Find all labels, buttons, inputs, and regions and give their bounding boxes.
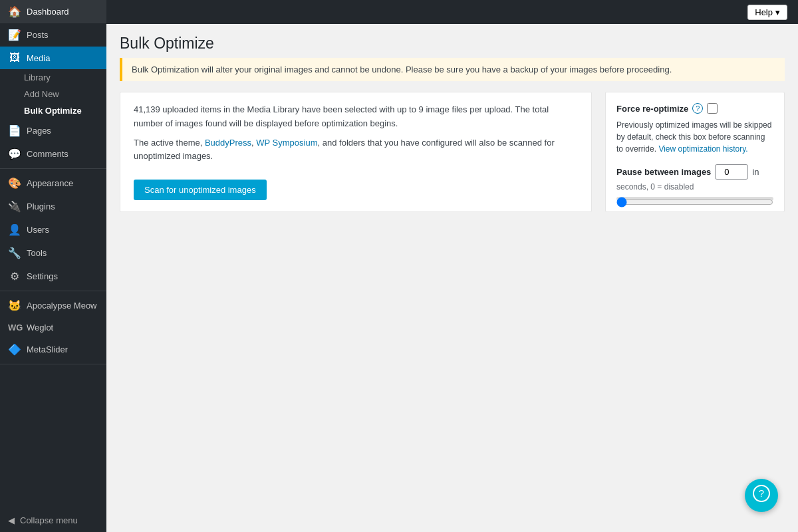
pause-sub: seconds, 0 = disabled <box>616 182 773 192</box>
sidebar-item-weglot[interactable]: WG Weglot <box>0 317 106 338</box>
sidebar-item-users[interactable]: 👤 Users <box>0 218 106 241</box>
dashboard-icon: 🏠 <box>8 5 21 18</box>
sidebar-item-label: Users <box>27 225 49 235</box>
content-area: 41,139 uploaded items in the Media Libra… <box>106 92 798 212</box>
scan-button[interactable]: Scan for unoptimized images <box>134 180 267 200</box>
pause-slider[interactable] <box>616 197 773 207</box>
tools-icon: 🔧 <box>8 247 21 259</box>
media-icon: 🖼 <box>8 52 21 64</box>
sidebar-item-label: Posts <box>27 30 49 40</box>
sidebar-subitem-library[interactable]: Library <box>0 69 106 86</box>
sidebar-item-tools[interactable]: 🔧 Tools <box>0 241 106 265</box>
help-label: Help <box>755 7 773 17</box>
pause-input[interactable] <box>715 164 748 180</box>
sidebar-item-label: Plugins <box>27 201 55 211</box>
help-button[interactable]: Help ▾ <box>747 5 787 20</box>
sidebar-item-label: Apocalypse Meow <box>27 301 97 311</box>
floating-help-icon: ? <box>753 485 770 506</box>
collapse-icon: ◀ <box>8 515 15 525</box>
users-icon: 👤 <box>8 223 21 236</box>
floating-help-button[interactable]: ? <box>745 479 778 512</box>
comments-icon: 💬 <box>8 148 21 160</box>
sidebar-subitem-add-new[interactable]: Add New <box>0 86 106 102</box>
weglot-icon: WG <box>8 323 21 332</box>
appearance-icon: 🎨 <box>8 177 21 190</box>
view-history-link[interactable]: View optimization history. <box>658 144 747 154</box>
plugins-icon: 🔌 <box>8 200 21 213</box>
sidebar: 🏠 Dashboard 📝 Posts 🖼 Media Library Add … <box>0 0 106 532</box>
topbar: Help ▾ <box>106 0 798 24</box>
svg-text:?: ? <box>759 487 764 499</box>
page-title: Bulk Optimize <box>120 35 785 53</box>
pause-unit: in <box>752 167 759 177</box>
buddypress-link[interactable]: BuddyPress <box>205 138 251 148</box>
posts-icon: 📝 <box>8 29 21 41</box>
collapse-label: Collapse menu <box>20 515 78 525</box>
sidebar-item-label: Dashboard <box>27 7 69 17</box>
sidebar-item-apocalypse-meow[interactable]: 🐱 Apocalypse Meow <box>0 294 106 317</box>
pages-icon: 📄 <box>8 124 21 137</box>
settings-icon: ⚙ <box>8 270 21 283</box>
metaslider-icon: 🔷 <box>8 343 21 356</box>
sidebar-item-media[interactable]: 🖼 Media <box>0 47 106 69</box>
sidebar-item-label: Media <box>27 53 50 63</box>
help-arrow-icon: ▾ <box>775 7 780 17</box>
force-reoptimize-label: Force re-optimize <box>616 104 688 114</box>
force-reoptimize-checkbox[interactable] <box>707 103 718 114</box>
info-line2: The active theme, BuddyPress, WP Symposi… <box>134 136 578 164</box>
pause-row: Pause between images in <box>616 164 773 180</box>
sidebar-item-label: Tools <box>27 248 47 258</box>
warning-text: Bulk Optimization will alter your origin… <box>132 65 672 74</box>
sidebar-item-plugins[interactable]: 🔌 Plugins <box>0 195 106 218</box>
sidebar-item-label: Appearance <box>27 178 73 188</box>
sidebar-item-metaslider[interactable]: 🔷 MetaSlider <box>0 338 106 361</box>
collapse-menu-button[interactable]: ◀ Collapse menu <box>0 509 106 532</box>
side-panel: Force re-optimize ? Previously optimized… <box>605 92 785 212</box>
sidebar-item-posts[interactable]: 📝 Posts <box>0 23 106 47</box>
sidebar-item-pages[interactable]: 📄 Pages <box>0 119 106 142</box>
slider-track <box>616 197 773 201</box>
page-header: Bulk Optimize <box>106 24 798 58</box>
sidebar-subitem-bulk-optimize[interactable]: Bulk Optimize <box>0 102 106 119</box>
warning-notice: Bulk Optimization will alter your origin… <box>120 58 785 81</box>
sidebar-item-label: Weglot <box>27 323 53 332</box>
sidebar-item-dashboard[interactable]: 🏠 Dashboard <box>0 0 106 23</box>
main-card: 41,139 uploaded items in the Media Libra… <box>120 92 592 212</box>
pause-label: Pause between images <box>616 167 711 177</box>
apocalypse-meow-icon: 🐱 <box>8 299 21 312</box>
previously-text: Previously optimized images will be skip… <box>616 119 773 155</box>
sidebar-item-settings[interactable]: ⚙ Settings <box>0 265 106 288</box>
wp-symposium-link[interactable]: WP Symposium <box>256 138 317 148</box>
sidebar-item-label: Settings <box>27 271 58 281</box>
sidebar-item-label: MetaSlider <box>27 344 68 354</box>
force-reoptimize-help-icon[interactable]: ? <box>692 103 703 114</box>
force-reoptimize-row: Force re-optimize ? <box>616 103 773 114</box>
sidebar-item-label: Comments <box>27 149 68 159</box>
sidebar-item-label: Pages <box>27 126 51 136</box>
slider-container <box>616 197 773 201</box>
main-content: Help ▾ Bulk Optimize Bulk Optimization w… <box>106 0 798 532</box>
sidebar-item-appearance[interactable]: 🎨 Appearance <box>0 172 106 195</box>
info-line1: 41,139 uploaded items in the Media Libra… <box>134 103 578 131</box>
sidebar-item-comments[interactable]: 💬 Comments <box>0 142 106 166</box>
